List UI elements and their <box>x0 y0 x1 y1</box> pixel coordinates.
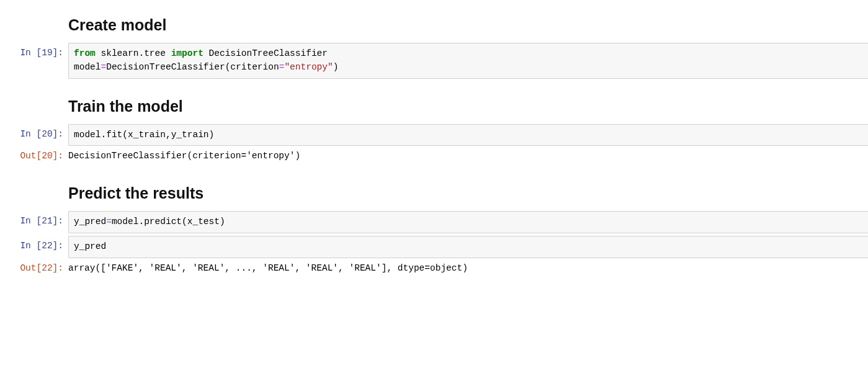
code-input-area[interactable]: y_pred <box>68 236 868 258</box>
section-heading: Create model <box>68 5 868 43</box>
code-input-area[interactable]: y_pred=model.predict(x_test) <box>68 211 868 233</box>
code-input-area[interactable]: from sklearn.tree import DecisionTreeCla… <box>68 43 868 79</box>
input-prompt: In [19]: <box>0 43 68 63</box>
output-text: array(['FAKE', 'REAL', 'REAL', ..., 'REA… <box>68 258 868 278</box>
code-cell: In [21]: y_pred=model.predict(x_test) <box>0 211 868 233</box>
code-input-area[interactable]: model.fit(x_train,y_train) <box>68 124 868 146</box>
markdown-cell: Create model <box>0 5 868 43</box>
input-prompt: In [21]: <box>0 211 68 231</box>
code-cell: In [22]: y_pred <box>0 236 868 258</box>
output-prompt: Out[20]: <box>0 146 68 166</box>
output-text: DecisionTreeClassifier(criterion='entrop… <box>68 146 868 166</box>
markdown-prompt-placeholder <box>0 173 68 189</box>
section-heading: Predict the results <box>68 173 868 211</box>
output-cell: Out[22]: array(['FAKE', 'REAL', 'REAL', … <box>0 258 868 278</box>
input-prompt: In [20]: <box>0 124 68 144</box>
markdown-cell: Predict the results <box>0 173 868 211</box>
code-cell: In [20]: model.fit(x_train,y_train) <box>0 124 868 146</box>
notebook-container: Create model In [19]: from sklearn.tree … <box>0 0 868 277</box>
output-prompt: Out[22]: <box>0 258 68 278</box>
markdown-cell: Train the model <box>0 86 868 124</box>
input-prompt: In [22]: <box>0 236 68 256</box>
code-cell: In [19]: from sklearn.tree import Decisi… <box>0 43 868 79</box>
markdown-prompt-placeholder <box>0 5 68 21</box>
output-cell: Out[20]: DecisionTreeClassifier(criterio… <box>0 146 868 166</box>
markdown-prompt-placeholder <box>0 86 68 102</box>
section-heading: Train the model <box>68 86 868 124</box>
